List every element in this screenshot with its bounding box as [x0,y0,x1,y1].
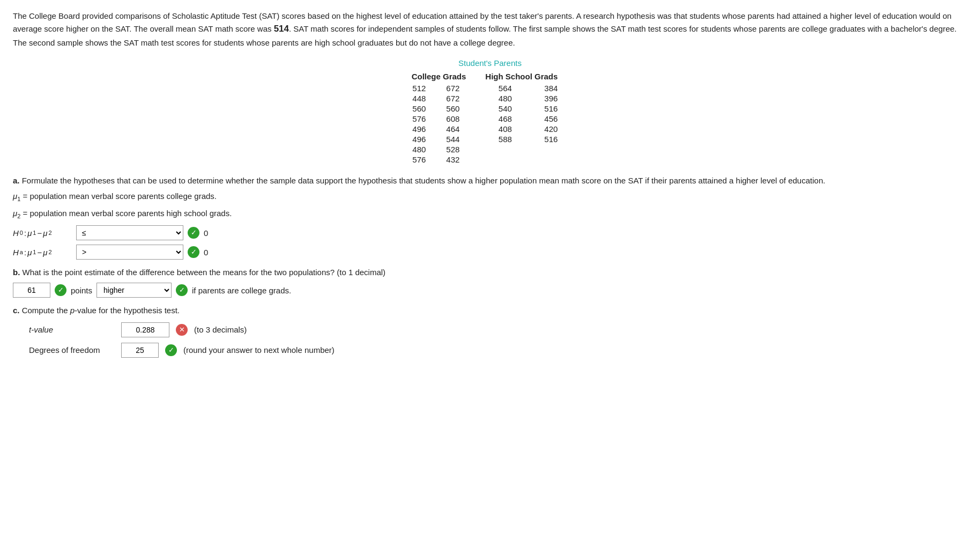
college-col2: 672 [441,93,481,104]
college-col1: 496 [407,134,441,144]
tvalue-row: t-value ✕ (to 3 decimals) [29,322,967,337]
hs-col1 [481,144,527,154]
p-italic: p [70,306,75,315]
college-col1: 480 [407,144,441,154]
section-c-label: c. [13,306,20,315]
section-b: b. What is the point estimate of the dif… [13,266,967,298]
college-col1: 496 [407,124,441,134]
college-grads-suffix: if parents are college grads. [192,284,291,297]
table-title: Student's Parents [458,58,522,68]
hs-col1: 540 [481,104,527,114]
table-row: 576 608 468 456 [407,114,573,124]
hs-col2: 420 [527,124,573,134]
dof-row: Degrees of freedom ✓ (round your answer … [29,343,967,358]
higher-lower-select[interactable]: higher lower [96,283,172,298]
table-row: 560 560 540 516 [407,104,573,114]
h0-zero: 0 [204,227,208,239]
table-row: 496 544 588 516 [407,134,573,144]
table-row: 448 672 480 396 [407,93,573,104]
dof-check-icon: ✓ [165,344,177,356]
college-col2: 672 [441,83,481,93]
college-col1: 448 [407,93,441,104]
ha-zero: 0 [204,246,208,259]
section-b-answer-row: ✓ points higher lower ✓ if parents are c… [13,283,967,298]
h0-line: H0 : μ1 − μ2 ≤ ≥ = < > ≠ ✓ 0 [13,225,967,240]
tvalue-input[interactable] [121,322,169,337]
hs-col2 [527,144,573,154]
hs-col2: 456 [527,114,573,124]
dof-suffix: (round your answer to next whole number) [183,344,335,356]
ha-line: Ha : μ1 − μ2 ≤ ≥ = < > ≠ ✓ 0 [13,245,967,260]
score-table: College Grads High School Grads 512 672 … [407,71,573,165]
college-col2: 464 [441,124,481,134]
college-col1: 576 [407,114,441,124]
hs-col1: 480 [481,93,527,104]
mu1-definition: μ1 = population mean verbal score parent… [13,190,967,204]
college-col2: 432 [441,154,481,165]
college-col2: 608 [441,114,481,124]
hs-col1: 564 [481,83,527,93]
section-c: c. Compute the p-value for the hypothesi… [13,304,967,357]
section-a-text: a. Formulate the hypotheses that can be … [13,174,967,187]
table-row: 576 432 [407,154,573,165]
table-row: 480 528 [407,144,573,154]
section-a-label: a. [13,176,20,185]
point-estimate-check-icon: ✓ [55,284,66,296]
hs-col2: 384 [527,83,573,93]
dof-label: Degrees of freedom [29,344,115,356]
table-row: 512 672 564 384 [407,83,573,93]
section-c-text: c. Compute the p-value for the hypothesi… [13,304,967,316]
hs-col2: 396 [527,93,573,104]
section-b-text: b. What is the point estimate of the dif… [13,266,967,278]
college-grads-header: College Grads [407,71,481,83]
tvalue-suffix: (to 3 decimals) [194,323,247,336]
table-row: 496 464 408 420 [407,124,573,134]
hs-col1: 468 [481,114,527,124]
college-col2: 544 [441,134,481,144]
point-estimate-input[interactable] [13,283,50,298]
h0-check-icon: ✓ [188,227,199,239]
points-label: points [71,284,92,297]
hs-col1: 588 [481,134,527,144]
ha-label: Ha : μ1 − μ2 [13,246,72,259]
intro-paragraph: The College Board provided comparisons o… [13,10,967,49]
mu1-text: μ1 = population mean verbal score parent… [13,191,217,201]
mu2-definition: μ2 = population mean verbal score parent… [13,207,967,221]
college-col1: 560 [407,104,441,114]
section-b-body: What is the point estimate of the differ… [20,268,385,277]
data-table-section: Student's Parents College Grads High Sch… [13,58,967,165]
higher-lower-check-icon: ✓ [176,284,188,296]
tvalue-error-icon: ✕ [176,324,188,336]
section-c-body2: -value for the hypothesis test. [75,306,180,315]
section-a-body: Formulate the hypotheses that can be use… [20,176,826,185]
h0-select[interactable]: ≤ ≥ = < > ≠ [76,225,183,240]
high-school-grads-header: High School Grads [481,71,573,83]
college-col1: 576 [407,154,441,165]
hs-col1 [481,154,527,165]
sat-mean-number: 514 [274,24,289,34]
ha-select[interactable]: ≤ ≥ = < > ≠ [76,245,183,260]
section-b-label: b. [13,268,20,277]
college-col2: 560 [441,104,481,114]
dof-input[interactable] [121,343,159,358]
college-col2: 528 [441,144,481,154]
section-c-body1: Compute the [20,306,70,315]
hs-col2: 516 [527,104,573,114]
section-a: a. Formulate the hypotheses that can be … [13,174,967,260]
h0-label: H0 : μ1 − μ2 [13,227,72,239]
ha-check-icon: ✓ [188,246,199,258]
college-col1: 512 [407,83,441,93]
hs-col2 [527,154,573,165]
hs-col2: 516 [527,134,573,144]
hs-col1: 408 [481,124,527,134]
tvalue-label: t-value [29,323,115,336]
mu2-text: μ2 = population mean verbal score parent… [13,209,232,218]
